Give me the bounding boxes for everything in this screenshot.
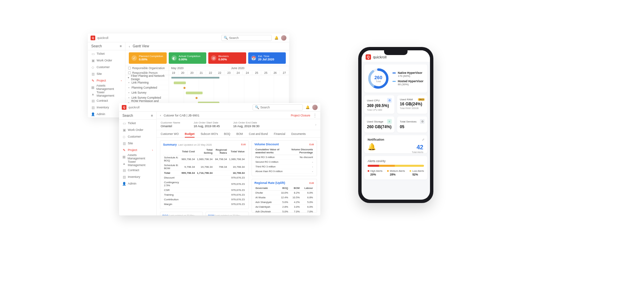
- expander-icon[interactable]: +: [127, 91, 130, 94]
- cell: Ad Dakhliyah: [255, 205, 278, 209]
- checkbox[interactable]: [128, 71, 131, 74]
- sidebar-item[interactable]: ✎Project›: [119, 147, 156, 153]
- sidebar-item-label: Inventory: [97, 106, 109, 109]
- info-label: Job Order End Date: [233, 121, 259, 124]
- kpi-blockers: ⊘ Blockers0.00%: [208, 52, 246, 64]
- sidebar-item[interactable]: ▧Inventory: [119, 173, 156, 180]
- expander-icon[interactable]: +: [127, 81, 130, 84]
- calendar-icon: 📅: [251, 55, 256, 61]
- tab[interactable]: Subcon WO's: [201, 132, 218, 136]
- global-search[interactable]: 🔍: [253, 104, 303, 110]
- info-strip: Customer NameOmantel Job Order Start Dat…: [157, 119, 320, 130]
- expand-icon[interactable]: ⤢: [422, 138, 425, 141]
- legend-item: Hosted HyperVisor80 (30%): [392, 80, 423, 86]
- cell: 999,798.34: [180, 171, 196, 175]
- cell: 12.4%: [278, 195, 289, 200]
- kpi-value: 0.00%: [139, 58, 163, 61]
- back-icon[interactable]: ‹: [129, 44, 130, 48]
- task-row[interactable]: +Link Planning: [125, 80, 169, 85]
- checkbox[interactable]: [128, 67, 131, 69]
- tab[interactable]: BOM: [236, 132, 243, 136]
- metric-label: Used Storage: [367, 120, 383, 123]
- date-label: 24: [243, 71, 252, 75]
- sidebar-item[interactable]: ▦Assets Management: [88, 84, 125, 91]
- sidebar-item[interactable]: ▭Ticket: [88, 50, 125, 57]
- expander-icon[interactable]: ▾: [127, 76, 130, 79]
- notification-card[interactable]: Notification ⤢ 🔔 42Total Alerts: [364, 135, 427, 153]
- edit-link[interactable]: Edit: [241, 143, 246, 146]
- task-row[interactable]: ▾Fiber Planing and Network Design: [125, 75, 169, 80]
- task-row[interactable]: +Planning Completed: [125, 85, 169, 90]
- tab[interactable]: BOQ: [224, 132, 230, 136]
- edit-link[interactable]: Edit: [309, 143, 314, 146]
- avatar[interactable]: [281, 35, 286, 41]
- metric-card[interactable]: Used Storage≡260 GB(74%): [364, 116, 394, 133]
- chevron-right-icon[interactable]: ›: [315, 123, 316, 127]
- cell: [214, 171, 228, 175]
- sidebar-item-icon: 👤: [91, 112, 95, 116]
- tab[interactable]: Customer WO: [161, 132, 179, 136]
- sidebar-item-label: Tower Management: [97, 91, 122, 97]
- card-title: BOM: [208, 214, 214, 215]
- cell: [214, 175, 228, 180]
- menu-icon[interactable]: ≡: [120, 44, 122, 48]
- sidebar-item[interactable]: ▥Site: [88, 70, 125, 77]
- expander-icon[interactable]: +: [127, 96, 130, 99]
- cell: 6.8%: [301, 195, 314, 200]
- avatar[interactable]: [312, 105, 318, 110]
- sidebar-item[interactable]: ▲Tower Management: [119, 160, 156, 167]
- cell: Total: [163, 171, 180, 175]
- date-label: 19: [169, 71, 178, 75]
- cell: 7.0%: [289, 209, 301, 213]
- cell: [214, 188, 228, 193]
- sidebar-item[interactable]: ▣Work Order: [88, 57, 125, 64]
- tab[interactable]: Financial: [274, 132, 285, 136]
- tab[interactable]: Cost and Bond: [249, 132, 268, 136]
- project-closure-link[interactable]: Project Closure: [291, 114, 310, 117]
- sidebar-item[interactable]: ▥Site: [119, 140, 156, 147]
- gantt-bar[interactable]: [186, 92, 203, 94]
- sidebar-item[interactable]: ▭Ticket: [119, 120, 156, 127]
- sidebar-item[interactable]: ◇Customer: [119, 133, 156, 140]
- edit-link[interactable]: Edit: [309, 182, 314, 185]
- expander-icon[interactable]: +: [127, 86, 130, 89]
- gantt-bar[interactable]: [174, 82, 186, 84]
- back-icon[interactable]: ‹: [160, 114, 161, 117]
- sidebar-item[interactable]: 👤Admin: [119, 180, 156, 187]
- task-row[interactable]: +Link Survey: [125, 90, 169, 95]
- cell: 4.2%: [289, 200, 301, 205]
- chevron-right-icon: ›: [121, 79, 122, 82]
- sidebar-item[interactable]: ▲Tower Management: [88, 91, 125, 97]
- alert-count: 42: [412, 144, 423, 151]
- search-input[interactable]: [260, 106, 301, 109]
- metric-card[interactable]: Total Services⚙05: [397, 116, 427, 133]
- metric-card[interactable]: Used RAM24.316 GB(24%)Total RAM 100GB: [397, 95, 427, 114]
- sidebar-item[interactable]: ▤Contract: [119, 167, 156, 173]
- gantt-bar[interactable]: [171, 77, 219, 79]
- cell: -: [286, 160, 314, 164]
- gantt-milestone[interactable]: [183, 87, 185, 89]
- severity-percent: 28%: [390, 173, 395, 176]
- tab[interactable]: Budget: [185, 132, 195, 136]
- cell: [196, 188, 214, 193]
- bell-icon[interactable]: 🔔: [274, 35, 279, 41]
- sidebar-item[interactable]: ◇Customer: [88, 64, 125, 70]
- sidebar-item[interactable]: ▦Assets Management: [119, 153, 156, 160]
- task-label: Link Planning: [131, 81, 149, 84]
- sidebar-item[interactable]: ✎Project›: [88, 77, 125, 84]
- summary-table: Total CostTotal SellingRegional RatesTot…: [163, 148, 246, 207]
- metric-card[interactable]: Used CPU⚙369 (69.5%)Total CPU 800: [364, 95, 394, 114]
- col-header: Cumulative Value of awarded works: [255, 147, 286, 155]
- window-titlebar: Q quickroll 🔍 🔔: [119, 103, 320, 112]
- col-header: Regional Rates: [214, 148, 228, 155]
- tab[interactable]: Documents: [291, 132, 306, 136]
- sidebar-item[interactable]: ▣Work Order: [119, 127, 156, 133]
- menu-icon[interactable]: ≡: [151, 114, 153, 117]
- sidebar-item-icon: ▧: [91, 106, 95, 109]
- global-search[interactable]: 🔍: [221, 35, 272, 41]
- bell-icon[interactable]: 🔔: [305, 105, 310, 110]
- gantt-milestone[interactable]: [196, 97, 198, 99]
- more-icon[interactable]: ⋮: [313, 113, 317, 117]
- search-input[interactable]: [229, 36, 269, 40]
- sidebar-item-icon: ▭: [91, 52, 95, 55]
